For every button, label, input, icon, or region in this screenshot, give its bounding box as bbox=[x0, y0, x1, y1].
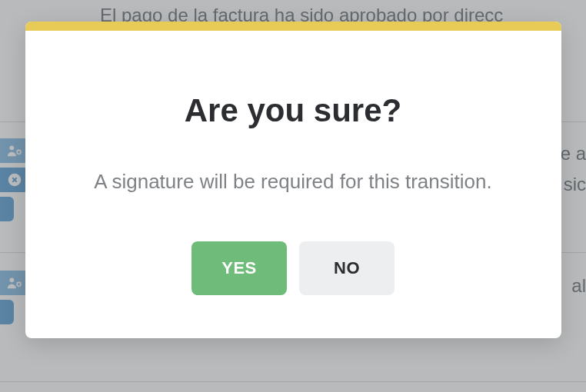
modal-actions: YES NO bbox=[72, 241, 515, 295]
confirmation-modal: Are you sure? A signature will be requir… bbox=[25, 22, 561, 338]
no-button[interactable]: NO bbox=[299, 241, 395, 295]
modal-body: Are you sure? A signature will be requir… bbox=[25, 31, 561, 338]
modal-message: A signature will be required for this tr… bbox=[72, 166, 515, 197]
modal-title: Are you sure? bbox=[72, 92, 515, 129]
modal-overlay: Are you sure? A signature will be requir… bbox=[0, 0, 586, 392]
yes-button[interactable]: YES bbox=[191, 241, 287, 295]
modal-accent-bar bbox=[25, 22, 561, 31]
